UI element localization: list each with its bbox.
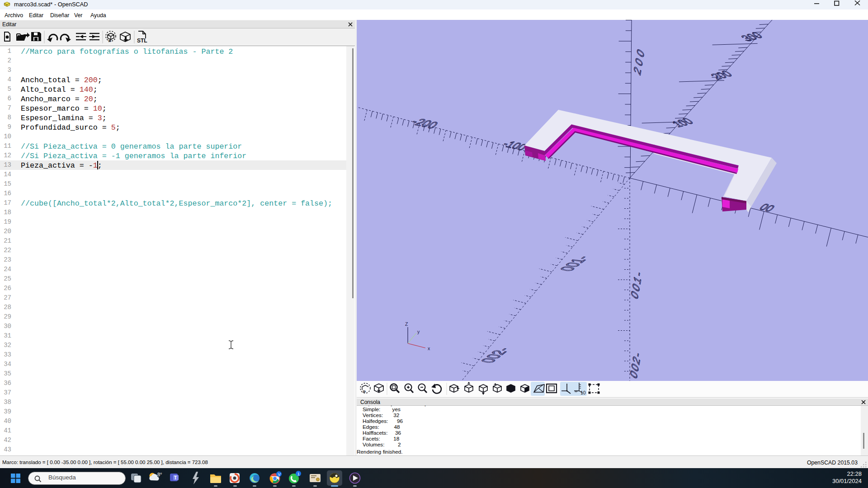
svg-text:001-: 001- [556, 255, 593, 272]
svg-text:8°: 8° [157, 472, 162, 477]
svg-text:1: 1 [297, 471, 300, 476]
svg-text:10: 10 [580, 390, 586, 395]
svg-text:200: 200 [708, 69, 735, 81]
svg-text:002-: 002- [628, 348, 643, 381]
svg-text:T: T [174, 475, 177, 480]
svg-text:»: » [363, 388, 366, 394]
svg-text:y: y [417, 329, 420, 334]
svg-text:STL: STL [137, 38, 147, 44]
svg-text:001-: 001- [629, 267, 644, 301]
svg-text:-200: -200 [409, 116, 441, 131]
svg-text:V: V [278, 472, 281, 477]
svg-text:200: 200 [632, 43, 646, 77]
svg-text:Z: Z [405, 321, 408, 327]
svg-text:100: 100 [669, 116, 696, 129]
svg-text:x: x [428, 346, 430, 351]
svg-text:002-: 002- [477, 347, 514, 364]
svg-text:00: 00 [757, 202, 777, 214]
svg-text:»: » [108, 37, 111, 44]
